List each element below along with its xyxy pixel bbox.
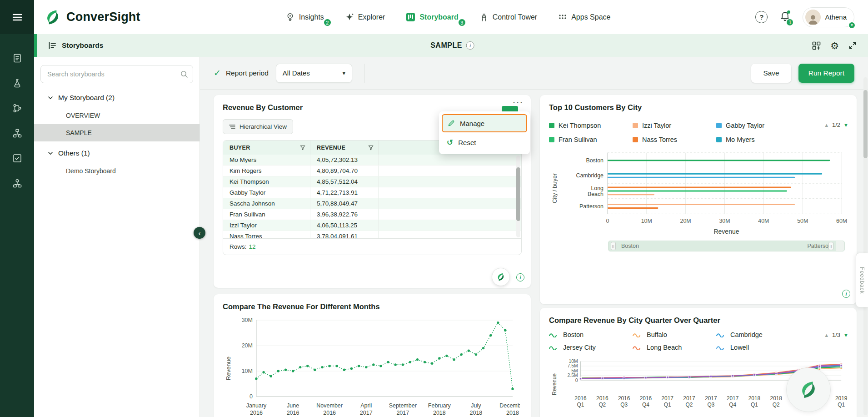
legend-item[interactable]: Boston	[549, 331, 617, 338]
hamburger-menu-button[interactable]	[0, 0, 34, 34]
table-row[interactable]: Sascha Johnson5,70,88,049.47	[223, 198, 521, 209]
add-widget-button[interactable]	[812, 41, 821, 50]
group-others[interactable]: Others (1)	[34, 141, 200, 162]
pipeline-branch-icon[interactable]	[12, 103, 22, 113]
hierarchy-icon[interactable]	[12, 128, 22, 138]
slider-handle-left[interactable]: ||	[611, 242, 616, 250]
legend-item[interactable]: Cambridge	[716, 331, 793, 338]
title-info-icon[interactable]: i	[466, 41, 474, 50]
svg-text:0: 0	[575, 378, 578, 383]
expand-button[interactable]	[848, 41, 857, 50]
legend-label: Buffalo	[647, 331, 667, 338]
navbar-right-tools: ? 1 Athena ▾	[755, 7, 854, 27]
table-row[interactable]: Nass Torres3,78,04,091.61	[223, 231, 521, 238]
save-button[interactable]: Save	[751, 64, 791, 83]
pager-down-icon[interactable]: ▼	[843, 122, 848, 128]
svg-text:September2017: September2017	[389, 402, 417, 416]
pager-up-icon[interactable]: ▲	[824, 122, 829, 128]
page-scrollbar[interactable]	[863, 90, 868, 158]
feedback-tab[interactable]: Feedback	[856, 253, 868, 307]
table-row[interactable]: Kei Thompson4,85,57,512.04	[223, 176, 521, 187]
svg-text:0: 0	[249, 393, 253, 400]
nav-item-apps-space[interactable]: Apps Space	[558, 13, 610, 22]
legend-item[interactable]: Lowell	[716, 344, 793, 351]
storyboard-item-demo[interactable]: Demo Storyboard	[34, 162, 200, 180]
filter-funnel-icon[interactable]	[300, 145, 305, 151]
table-row[interactable]: Gabby Taylor4,71,22,713.91	[223, 187, 521, 198]
pager-up-icon[interactable]: ▲	[824, 332, 829, 338]
run-report-button[interactable]: Run Report	[798, 64, 854, 83]
table-scrollbar[interactable]	[516, 167, 520, 221]
group-my-storyboard[interactable]: My Storyboard (2)	[34, 86, 200, 107]
storyboard-list-panel: My Storyboard (2) OVERVIEW SAMPLE Others…	[34, 57, 200, 417]
card-info-icon[interactable]: i	[516, 273, 524, 281]
nav-label: Apps Space	[571, 13, 610, 21]
org-chart-icon[interactable]	[12, 178, 22, 188]
slider-end-label: Patterson	[807, 243, 832, 249]
list-view-icon	[229, 124, 235, 130]
nav-item-control-tower[interactable]: Control Tower	[479, 13, 537, 22]
svg-text:20M: 20M	[680, 218, 691, 224]
legend-item[interactable]: Nass Torres	[633, 136, 701, 143]
legend-item[interactable]: Buffalo	[633, 331, 701, 338]
column-label: REVENUE	[317, 145, 345, 151]
gear-icon: ⚙	[830, 41, 839, 50]
legend-label: Cambridge	[730, 331, 763, 338]
athena-assistant-button[interactable]	[492, 268, 510, 286]
manage-menu-item[interactable]: Manage	[442, 114, 527, 132]
reset-menu-item[interactable]: ↺ Reset	[442, 133, 527, 151]
primary-nav: Insights 2 Explorer Storyboard 3 Control…	[285, 12, 611, 22]
legend-item[interactable]: Izzi Taylor	[633, 122, 701, 129]
legend-swatch	[633, 137, 638, 142]
legend-item[interactable]: Fran Sullivan	[549, 136, 617, 143]
divider	[364, 64, 364, 83]
storyboard-item-overview[interactable]: OVERVIEW	[34, 107, 200, 124]
sidebar-icon-rail	[12, 53, 22, 188]
slider-handle-right[interactable]: ||	[828, 242, 833, 250]
legend-item[interactable]: Kei Thompson	[549, 122, 617, 129]
check-icon[interactable]: ✓	[214, 68, 221, 78]
notifications-button[interactable]: 1	[779, 10, 791, 24]
nav-item-insights[interactable]: Insights 2	[285, 12, 324, 22]
legend-label: Kei Thompson	[559, 122, 601, 129]
filter-funnel-icon[interactable]	[368, 145, 374, 151]
tasks-check-icon[interactable]	[12, 153, 22, 163]
storyboards-breadcrumb[interactable]: Storyboards	[48, 41, 103, 50]
column-header-buyer[interactable]: BUYER	[223, 141, 310, 155]
legend-item[interactable]: Mo Myers	[716, 136, 793, 143]
app-sidebar	[0, 0, 34, 417]
hierarchical-view-button[interactable]: Hierarchical View	[223, 119, 293, 134]
user-menu[interactable]: Athena ▾	[803, 7, 854, 27]
nav-item-storyboard[interactable]: Storyboard 3	[406, 12, 458, 22]
conversight-watermark[interactable]	[786, 367, 831, 412]
help-button[interactable]: ?	[755, 11, 768, 23]
table-row[interactable]: Mo Myers4,05,72,302.13	[223, 155, 521, 166]
storyboard-item-sample[interactable]: SAMPLE	[34, 124, 200, 141]
table-row[interactable]: Izzi Taylor4,06,50,113.25	[223, 220, 521, 231]
legend-item[interactable]: Jersey City	[549, 344, 617, 351]
card-info-icon[interactable]: i	[842, 290, 850, 298]
search-input[interactable]	[40, 65, 193, 83]
revenue-cell: 4,71,22,713.91	[310, 187, 379, 198]
table-row[interactable]: Fran Sullivan3,96,38,922.76	[223, 209, 521, 220]
settings-button[interactable]: ⚙	[830, 41, 839, 50]
table-scrollbar-track	[516, 156, 520, 237]
legend-item[interactable]: Gabby Taylor	[716, 122, 793, 129]
manage-label: Manage	[460, 120, 484, 127]
column-header-revenue[interactable]: REVENUE	[310, 141, 379, 155]
date-filter-dropdown[interactable]: All Dates ▾	[276, 64, 352, 83]
chart-range-slider[interactable]: || Boston Patterson ||	[608, 241, 845, 251]
pager-down-icon[interactable]: ▼	[843, 332, 848, 338]
nav-item-explorer[interactable]: Explorer	[345, 13, 385, 22]
table-row[interactable]: Kim Rogers4,80,89,704.70	[223, 166, 521, 176]
search-icon[interactable]	[180, 70, 188, 80]
svg-text:5M: 5M	[571, 368, 578, 373]
panel-collapse-button[interactable]: ‹	[194, 227, 205, 239]
legend-item[interactable]: Long Beach	[633, 344, 701, 351]
revenue-table: BUYER REVENUE Mo Myers4,05,72,302.13	[223, 140, 522, 255]
brand-logo[interactable]: ConverSight	[44, 9, 140, 26]
slider-start-label: Boston	[621, 243, 639, 249]
report-icon[interactable]	[12, 53, 22, 63]
svg-text:2016Q4: 2016Q4	[640, 395, 652, 408]
experiment-flask-icon[interactable]	[12, 78, 22, 88]
